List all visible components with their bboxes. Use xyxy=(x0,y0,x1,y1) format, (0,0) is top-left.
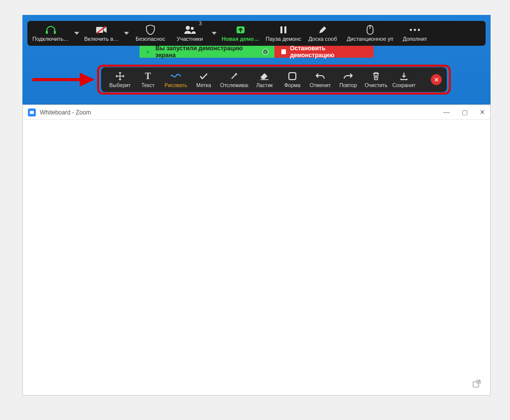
annotate-button[interactable]: Доска сооб xyxy=(304,21,341,46)
zoom-app-icon xyxy=(28,108,36,116)
participants-button[interactable]: 3 Участники xyxy=(170,21,210,46)
svg-point-4 xyxy=(186,26,190,30)
whiteboard-titlebar[interactable]: Whiteboard - Zoom — ▢ ✕ xyxy=(23,105,490,120)
annotate-label: Доска сооб xyxy=(308,36,337,42)
svg-rect-7 xyxy=(280,26,282,33)
pencil-icon xyxy=(318,25,327,35)
audio-button[interactable]: Подключить зв xyxy=(29,21,72,46)
whiteboard-window: Whiteboard - Zoom — ▢ ✕ xyxy=(22,105,491,396)
maximize-button[interactable]: ▢ xyxy=(462,108,468,116)
svg-point-12 xyxy=(414,29,416,31)
stop-icon xyxy=(281,49,286,54)
desktop-background: Подключить зв Включить вид Безопаснос 3 … xyxy=(22,15,491,396)
stop-share-label: Остановить демонстрацию xyxy=(290,45,367,59)
svg-point-13 xyxy=(418,29,420,31)
more-label: Дополнит xyxy=(402,36,427,42)
shield-icon xyxy=(146,25,155,35)
svg-point-11 xyxy=(410,29,412,31)
share-started-notice: ➤ Вы запустили демонстрацию экрана ✓ xyxy=(139,46,274,58)
audio-label: Подключить зв xyxy=(32,36,69,42)
more-button[interactable]: Дополнит xyxy=(399,21,431,46)
pause-share-label: Пауза демонс xyxy=(265,36,301,42)
main-toolbar: Подключить зв Включить вид Безопаснос 3 … xyxy=(27,21,486,46)
svg-rect-1 xyxy=(54,31,56,34)
shield-check-icon: ✓ xyxy=(262,49,268,55)
callout-arrow xyxy=(32,74,97,85)
cursor-icon: ➤ xyxy=(145,48,150,55)
headphones-icon xyxy=(45,25,56,35)
whiteboard-title: Whiteboard - Zoom xyxy=(40,109,91,116)
share-started-text: Вы запустили демонстрацию экрана xyxy=(155,45,257,59)
remote-label: Дистанционное уп xyxy=(347,36,393,42)
share-up-icon xyxy=(235,25,246,35)
minimize-button[interactable]: — xyxy=(443,108,450,116)
audio-dropdown[interactable] xyxy=(72,32,81,35)
svg-rect-0 xyxy=(46,31,48,34)
svg-point-5 xyxy=(191,27,194,30)
participants-label: Участники xyxy=(177,36,203,42)
more-icon xyxy=(409,25,420,35)
svg-rect-8 xyxy=(284,26,286,33)
highlight-box xyxy=(97,65,451,95)
stop-share-button[interactable]: Остановить демонстрацию xyxy=(274,46,374,58)
whiteboard-canvas[interactable] xyxy=(23,120,490,395)
new-share-button[interactable]: Новая демонс xyxy=(219,21,262,46)
new-share-label: Новая демонс xyxy=(222,36,259,42)
pause-share-button[interactable]: Пауза демонс xyxy=(262,21,304,46)
video-off-icon xyxy=(96,25,108,35)
video-dropdown[interactable] xyxy=(122,32,131,35)
video-button[interactable]: Включить вид xyxy=(81,21,122,46)
pause-icon xyxy=(279,25,287,35)
people-icon xyxy=(184,25,196,35)
share-notice-bar: ➤ Вы запустили демонстрацию экрана ✓ Ост… xyxy=(139,46,374,58)
participants-dropdown[interactable] xyxy=(210,32,219,35)
mouse-icon xyxy=(367,25,374,35)
remote-control-button[interactable]: Дистанционное уп xyxy=(341,21,399,46)
security-button[interactable]: Безопаснос xyxy=(131,21,170,46)
participants-count: 3 xyxy=(199,21,202,26)
video-label: Включить вид xyxy=(84,36,119,42)
popout-icon[interactable] xyxy=(472,379,481,388)
security-label: Безопаснос xyxy=(135,36,165,42)
close-window-button[interactable]: ✕ xyxy=(480,108,485,116)
